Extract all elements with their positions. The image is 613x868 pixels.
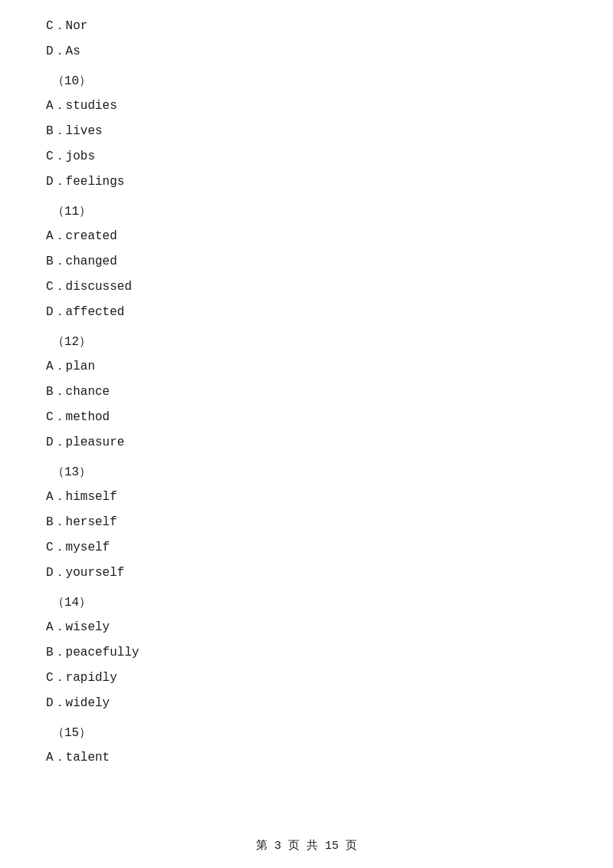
option-item: C．discussed	[46, 276, 567, 298]
option-item: A．talent	[46, 747, 567, 769]
question-number: （11）	[46, 201, 567, 223]
option-item: C．myself	[46, 537, 567, 559]
option-item: B．changed	[46, 251, 567, 273]
option-item: C．rapidly	[46, 667, 567, 689]
option-item: A．created	[46, 225, 567, 248]
option-item: B．peacefully	[46, 642, 567, 664]
option-item: A．studies	[46, 95, 567, 117]
option-item: D．widely	[46, 692, 567, 715]
option-item: D．feelings	[46, 171, 567, 193]
question-number: （15）	[46, 722, 567, 745]
option-item: D．affected	[46, 301, 567, 324]
option-item: C．Nor	[46, 15, 567, 38]
question-number: （13）	[46, 462, 567, 484]
option-item: D．pleasure	[46, 432, 567, 454]
option-item: D．yourself	[46, 562, 567, 584]
option-item: C．method	[46, 406, 567, 429]
option-item: A．plan	[46, 356, 567, 378]
option-item: B．chance	[46, 381, 567, 403]
option-item: B．lives	[46, 120, 567, 143]
option-item: A．wisely	[46, 616, 567, 639]
question-number: （14）	[46, 592, 567, 614]
option-item: B．herself	[46, 511, 567, 534]
page-content: C．NorD．As（10）A．studiesB．livesC．jobsD．fee…	[0, 0, 613, 818]
option-item: D．As	[46, 41, 567, 63]
question-number: （12）	[46, 331, 567, 353]
option-item: C．jobs	[46, 146, 567, 168]
page-footer: 第 3 页 共 15 页	[0, 838, 613, 853]
option-item: A．himself	[46, 486, 567, 508]
question-number: （10）	[46, 71, 567, 93]
